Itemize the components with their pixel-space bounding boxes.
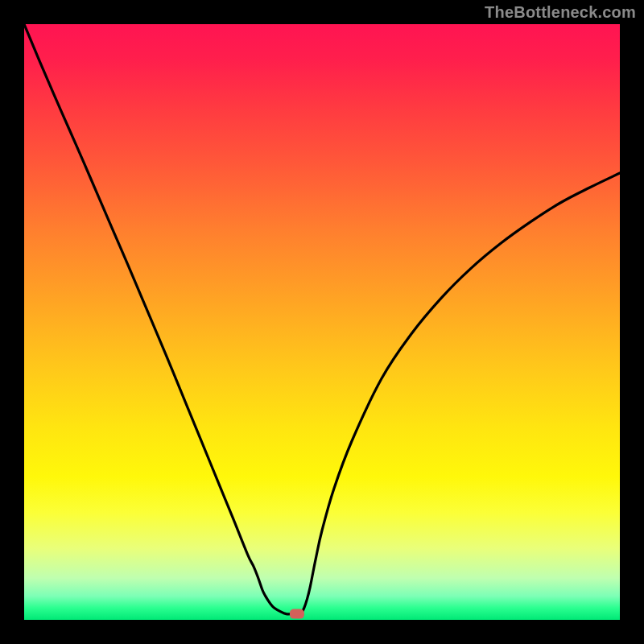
- chart-svg: [24, 24, 620, 620]
- chart-frame: TheBottleneck.com: [0, 0, 644, 644]
- minimum-marker: [290, 609, 304, 619]
- plot-area: [24, 24, 620, 620]
- watermark-text: TheBottleneck.com: [485, 3, 636, 22]
- curve-right-branch: [301, 173, 620, 614]
- curve-left-branch: [24, 24, 292, 614]
